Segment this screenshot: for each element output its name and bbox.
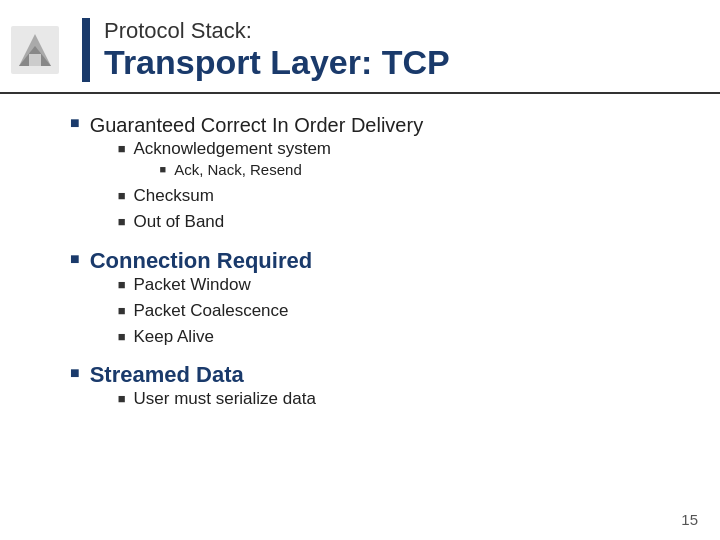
slide-content: ■ Guaranteed Correct In Order Delivery ■… [0,112,720,414]
bullet-icon: ■ [118,329,126,344]
bullet-icon: ■ [118,214,126,229]
bullet-text: Ack, Nack, Resend [174,160,302,180]
header-blue-bar [82,18,90,82]
sub-list: ■ User must serialize data [118,388,316,410]
logo-icon [11,26,59,74]
bullet-icon: ■ [118,141,126,156]
bullet-text: Checksum [134,185,214,207]
bullet-icon: ■ [118,188,126,203]
list-item: ■ Keep Alive [118,326,312,348]
list-item: ■ Connection Required ■ Packet Window ■ … [70,248,690,352]
list-item: ■ User must serialize data [118,388,316,410]
bullet-icon: ■ [118,277,126,292]
sub-list: ■ Packet Window ■ Packet Coalescence ■ K… [118,274,312,348]
page-number: 15 [681,511,698,528]
logo-block [0,18,70,82]
bullet-text: Acknowledgement system [134,139,331,158]
slide-header: Protocol Stack: Transport Layer: TCP [0,0,720,94]
list-item: ■ Packet Window [118,274,312,296]
bullet-text: User must serialize data [134,388,316,410]
sub-list: ■ Ack, Nack, Resend [160,160,331,180]
list-item: ■ Out of Band [118,211,423,233]
list-item: ■ Ack, Nack, Resend [160,160,331,180]
header-subtitle: Protocol Stack: [104,18,450,44]
bullet-icon: ■ [70,364,80,382]
bullet-text: Packet Coalescence [134,300,289,322]
bullet-text: Keep Alive [134,326,214,348]
bullet-text: Connection Required [90,248,312,273]
bullet-icon: ■ [118,303,126,318]
header-title: Transport Layer: TCP [104,44,450,81]
svg-rect-3 [29,54,41,66]
list-item: ■ Acknowledgement system ■ Ack, Nack, Re… [118,138,423,182]
bullet-icon: ■ [70,250,80,268]
bullet-icon: ■ [118,391,126,406]
bullet-text: Streamed Data [90,362,244,387]
list-item: ■ Packet Coalescence [118,300,312,322]
bullet-text: Guaranteed Correct In Order Delivery [90,114,423,136]
list-item: ■ Guaranteed Correct In Order Delivery ■… [70,112,690,238]
bullet-icon: ■ [160,163,167,175]
list-item: ■ Streamed Data ■ User must serialize da… [70,362,690,414]
bullet-text: Out of Band [134,211,225,233]
header-text-block: Protocol Stack: Transport Layer: TCP [104,18,450,82]
list-item: ■ Checksum [118,185,423,207]
slide: Protocol Stack: Transport Layer: TCP ■ G… [0,0,720,540]
sub-list: ■ Acknowledgement system ■ Ack, Nack, Re… [118,138,423,234]
bullet-text: Packet Window [134,274,251,296]
bullet-icon: ■ [70,114,80,132]
